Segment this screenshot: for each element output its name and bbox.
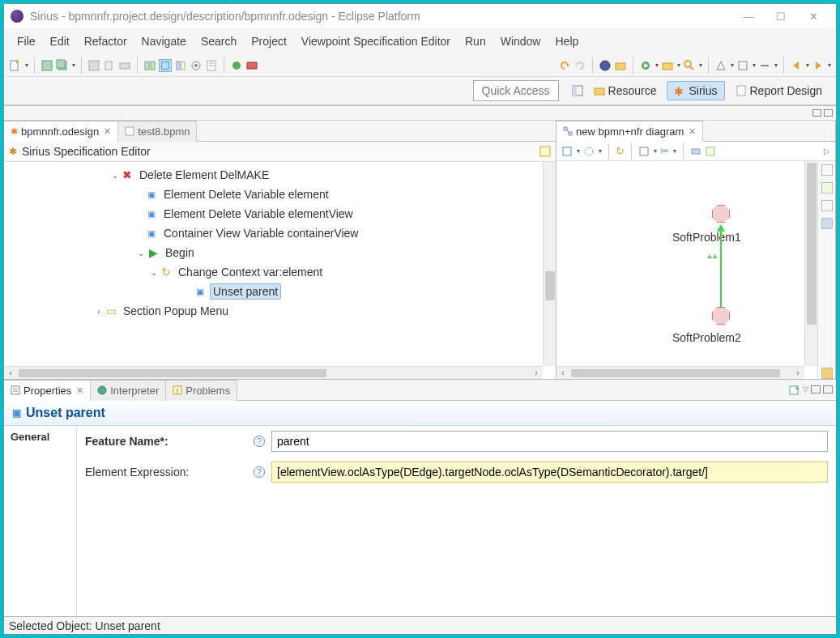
close-icon[interactable]: ✕ xyxy=(689,126,696,137)
tree-label[interactable]: Begin xyxy=(163,245,197,260)
scroll-left-icon[interactable]: ‹ xyxy=(4,368,17,377)
specification-tree[interactable]: ⌄ ✖ Delete Element DelMAKE ▣ Element Del… xyxy=(4,162,556,324)
chevron-right-icon[interactable]: ▷ xyxy=(824,147,830,155)
diag-tool-icon[interactable] xyxy=(638,146,650,157)
diagram-canvas[interactable]: SoftProblem1 ++ SoftProblem2 ‹ › xyxy=(556,161,817,379)
menu-refactor[interactable]: Refactor xyxy=(78,32,134,51)
tool-i-icon[interactable] xyxy=(205,59,218,72)
header-action-icon[interactable] xyxy=(539,146,551,157)
tab-interpreter[interactable]: Interpreter xyxy=(91,380,166,401)
minimize-view-button[interactable] xyxy=(812,109,821,117)
minimize-view-button[interactable] xyxy=(811,385,821,393)
perspective-resource[interactable]: Resource xyxy=(586,81,664,100)
vertical-scrollbar[interactable] xyxy=(804,161,817,366)
tool-f-icon[interactable] xyxy=(159,59,172,72)
tree-label[interactable]: Change Context var:element xyxy=(176,265,325,279)
menu-search[interactable]: Search xyxy=(194,32,243,51)
run-icon[interactable] xyxy=(661,59,674,72)
quick-access[interactable]: Quick Access xyxy=(473,80,559,101)
scroll-right-icon[interactable]: › xyxy=(530,368,543,377)
diagram-node[interactable] xyxy=(712,307,730,325)
tab-diagram[interactable]: new bpmn+nfr diagram ✕ xyxy=(556,121,703,142)
help-icon[interactable]: ? xyxy=(254,436,265,447)
open-perspective-icon[interactable] xyxy=(572,85,583,96)
diagram-node[interactable] xyxy=(712,205,730,223)
horizontal-scrollbar[interactable]: ‹ › xyxy=(4,366,543,379)
undo-icon[interactable] xyxy=(558,59,571,72)
folder-icon[interactable] xyxy=(614,59,627,72)
tab-properties[interactable]: Properties ✕ xyxy=(4,380,91,401)
menu-project[interactable]: Project xyxy=(245,32,293,51)
print-icon[interactable] xyxy=(118,59,131,72)
close-icon[interactable]: ✕ xyxy=(76,385,83,396)
twisty-icon[interactable]: ⌄ xyxy=(109,171,121,180)
diag-tool-icon[interactable]: ✂ xyxy=(660,145,669,157)
search-icon[interactable] xyxy=(683,59,696,72)
minimize-button[interactable]: — xyxy=(732,6,765,26)
tab-odesign[interactable]: ✱ bpmnnfr.odesign ✕ xyxy=(4,121,118,142)
scroll-right-icon[interactable]: › xyxy=(791,368,804,377)
tree-label[interactable]: Element Delete Variable element xyxy=(161,187,331,202)
feature-name-input[interactable] xyxy=(271,431,828,452)
vertical-scrollbar[interactable] xyxy=(543,162,556,366)
tool-e-icon[interactable] xyxy=(143,59,156,72)
diagram-edge[interactable] xyxy=(720,231,722,308)
diag-tool-icon[interactable]: ↻ xyxy=(616,145,625,157)
diag-tool-icon[interactable] xyxy=(705,146,716,157)
menu-file[interactable]: File xyxy=(11,32,42,51)
palette-item[interactable] xyxy=(821,164,833,176)
nav-a-icon[interactable] xyxy=(714,59,727,72)
back-icon[interactable] xyxy=(790,59,803,72)
copy-icon[interactable] xyxy=(103,59,116,72)
maximize-button[interactable]: ☐ xyxy=(765,6,797,26)
chevron-down-icon[interactable]: ▽ xyxy=(803,385,808,395)
tool-k-icon[interactable] xyxy=(245,59,258,72)
twisty-icon[interactable]: › xyxy=(93,307,104,316)
maximize-view-button[interactable] xyxy=(824,109,833,117)
diagram-palette[interactable] xyxy=(817,161,835,379)
scroll-left-icon[interactable]: ‹ xyxy=(556,368,569,377)
tree-label[interactable]: Unset parent xyxy=(210,283,281,300)
tab-problems[interactable]: ! Problems xyxy=(166,380,237,401)
diag-tool-icon[interactable] xyxy=(583,146,595,157)
maximize-view-button[interactable] xyxy=(823,385,833,393)
perspective-report[interactable]: Report Design xyxy=(728,81,830,100)
disk-icon[interactable] xyxy=(87,59,100,72)
palette-item[interactable] xyxy=(821,218,833,229)
tool-h-icon[interactable] xyxy=(190,59,203,72)
twisty-icon[interactable]: ⌄ xyxy=(148,268,160,277)
menu-navigate[interactable]: Navigate xyxy=(135,32,193,51)
menu-edit[interactable]: Edit xyxy=(44,32,76,51)
palette-item[interactable] xyxy=(821,368,833,379)
perspective-sirius[interactable]: ✱ Sirius xyxy=(667,81,724,100)
tool-j-icon[interactable] xyxy=(230,59,243,72)
diag-tool-icon[interactable] xyxy=(690,146,701,157)
debug-icon[interactable] xyxy=(639,59,652,72)
menu-vse[interactable]: Viewpoint Specification Editor xyxy=(295,32,457,51)
redo-icon[interactable] xyxy=(574,59,586,72)
tree-label[interactable]: Delete Element DelMAKE xyxy=(137,168,271,182)
close-button[interactable]: ✕ xyxy=(797,6,829,26)
horizontal-scrollbar[interactable]: ‹ › xyxy=(556,366,804,379)
nav-c-icon[interactable] xyxy=(758,59,771,72)
save-icon[interactable] xyxy=(41,59,53,72)
element-expression-input[interactable] xyxy=(271,461,828,483)
globe-icon[interactable] xyxy=(599,59,612,72)
palette-item[interactable] xyxy=(821,200,833,211)
nav-b-icon[interactable] xyxy=(736,59,749,72)
new-icon[interactable] xyxy=(9,59,22,72)
help-icon[interactable]: ? xyxy=(254,466,265,478)
properties-category-general[interactable]: General xyxy=(4,426,77,616)
tab-bpmn[interactable]: test8.bpmn xyxy=(118,121,197,142)
tool-g-icon[interactable] xyxy=(174,59,187,72)
forward-icon[interactable] xyxy=(812,59,825,72)
saveall-icon[interactable] xyxy=(56,59,69,72)
menu-help[interactable]: Help xyxy=(548,32,585,51)
menu-run[interactable]: Run xyxy=(458,32,492,51)
tree-label[interactable]: Element Delete Variable elementView xyxy=(161,206,356,221)
palette-item[interactable] xyxy=(821,182,833,194)
tree-label[interactable]: Container View Variable containerView xyxy=(161,226,360,240)
diag-tool-icon[interactable] xyxy=(561,146,573,157)
view-menu-icon[interactable] xyxy=(789,385,800,395)
close-icon[interactable]: ✕ xyxy=(104,126,111,137)
